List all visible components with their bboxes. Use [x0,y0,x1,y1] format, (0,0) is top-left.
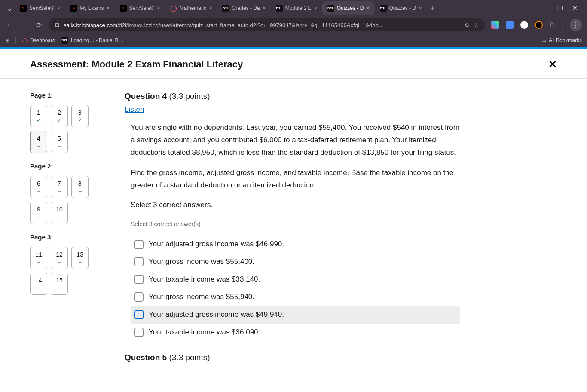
check-icon: ✓ [78,117,83,123]
back-button[interactable]: ← [5,21,14,29]
tab-close-icon[interactable]: × [57,5,60,12]
tab-search-dropdown[interactable]: ⌄ [3,4,15,12]
minimize-button[interactable]: — [542,5,548,12]
extensions-puzzle-icon[interactable]: ⧉ [550,21,554,29]
close-window-button[interactable]: ✕ [572,5,578,12]
browser-tab[interactable]: SMy Exams× [66,1,114,15]
ext-icon-4[interactable] [535,21,543,29]
dashboard-icon: ◯ [22,37,28,43]
question-nav-box[interactable]: 9-- [30,202,47,224]
url-text: sails.brightspace.com/d2l/lms/quizzing/u… [64,22,460,28]
checkbox[interactable] [134,257,144,266]
tab-favicon: D2L [276,5,283,12]
question-nav-box[interactable]: 5-- [51,131,68,153]
tab-close-icon[interactable]: × [314,5,317,12]
extension-icons: ⧉ | ⋮ [491,19,582,31]
question-nav-box[interactable]: 7-- [51,176,68,198]
tab-favicon: S [120,5,127,12]
all-bookmarks-button[interactable]: ▭ All Bookmarks [541,37,582,43]
d2l-icon: D2L [61,37,68,44]
question-nav-box[interactable]: 15-- [51,273,68,295]
question-nav-box[interactable]: 4-- [30,131,47,153]
browser-tab[interactable]: D2LQuizzes - D× [323,1,374,15]
tab-favicon: S [20,5,27,12]
tab-favicon: S [70,5,77,12]
tab-close-icon[interactable]: × [106,5,110,12]
answer-option[interactable]: Your gross income was $55,940. [131,288,460,306]
browser-tab[interactable]: D2LQuizzes - D× [376,1,427,15]
question-header: Question 4 (3.3 points) [125,92,460,101]
folder-icon: ▭ [541,37,546,43]
question-nav-box[interactable]: 14-- [30,273,47,295]
answer-option[interactable]: Your taxable income was $36,090. [131,324,460,341]
tab-title: Mathematic [180,5,206,11]
unanswered-icon: -- [37,188,40,194]
tab-close-icon[interactable]: × [209,5,212,12]
ext-icon-3[interactable] [520,21,528,29]
question-nav-box[interactable]: 3✓ [71,105,89,127]
address-bar: ← → ⟳ ⊟ sails.brightspace.com/d2l/lms/qu… [0,16,587,34]
checkbox[interactable] [134,292,144,302]
unanswered-icon: -- [37,259,40,265]
tab-close-icon[interactable]: × [263,5,266,12]
bookmark-loading[interactable]: D2L Loading… - Daniel B… [61,37,124,44]
unanswered-icon: -- [37,285,40,291]
browser-tab[interactable]: SServSafe®× [15,1,64,15]
select-hint: Select 3 correct answer(s) [131,219,460,230]
question-nav-box[interactable]: 12-- [51,247,68,269]
apps-grid-icon[interactable]: ⊞ [5,37,9,43]
browser-tab[interactable]: D2LModule 2 E× [272,1,322,15]
question-nav-box[interactable]: 11-- [30,247,47,269]
browser-tab[interactable]: ◯Mathematic× [166,1,217,15]
bookmark-star-icon[interactable]: ☆ [474,22,479,28]
tab-close-icon[interactable]: × [419,5,422,12]
tab-favicon: D2L [380,5,387,12]
question-nav-box[interactable]: 8-- [71,176,89,198]
ext-icon-1[interactable] [491,21,499,29]
unanswered-icon: -- [58,143,61,149]
tab-close-icon[interactable]: × [157,5,160,12]
share-icon[interactable]: ⟲ [464,22,469,28]
checkbox[interactable] [134,310,144,319]
window-controls: — ❐ ✕ [542,5,584,12]
question-nav-box[interactable]: 1✓ [30,105,47,127]
tab-favicon: ◯ [170,5,177,12]
question-nav-box[interactable]: 13-- [71,247,89,269]
checkbox[interactable] [134,275,144,284]
question-nav-box[interactable]: 2✓ [51,105,68,127]
question-area: Question 4 (3.3 points) Listen You are s… [125,92,460,362]
bookmarks-bar: ⊞ ◯ Dashboard D2L Loading… - Daniel B… ▭… [0,34,587,47]
check-icon: ✓ [37,117,41,123]
answer-option[interactable]: Your adjusted gross income was $49,940. [131,306,460,324]
bookmark-dashboard[interactable]: ◯ Dashboard [22,37,55,43]
browser-tab[interactable]: D2LGrades - Da× [218,1,270,15]
answer-option[interactable]: Your gross income was $55,400. [131,253,460,271]
answer-option[interactable]: Your taxable income was $33,140. [131,271,460,288]
question-nav-box[interactable]: 6-- [30,176,47,198]
reload-button[interactable]: ⟳ [34,21,43,29]
checkbox[interactable] [134,240,144,249]
site-settings-icon[interactable]: ⊟ [55,22,59,28]
browser-menu-button[interactable]: ⋮ [570,19,582,31]
unanswered-icon: -- [58,214,61,220]
tab-close-icon[interactable]: × [366,5,370,12]
answer-option[interactable]: Your adjusted gross income was $46,990. [131,236,460,253]
question-nav-box[interactable]: 10-- [51,202,68,224]
browser-chrome: ⌄ SServSafe®×SMy Exams×SServSafe®×◯Mathe… [0,0,587,47]
new-tab-button[interactable]: + [426,4,439,12]
listen-link[interactable]: Listen [125,105,144,114]
question-nav-sidebar: Page 1:1✓2✓3✓4--5--Page 2:6--7--8--9--10… [30,92,107,362]
forward-button[interactable]: → [20,21,28,29]
content-area: Assessment: Module 2 Exam Financial Lite… [0,49,587,392]
assessment-title: Assessment: Module 2 Exam Financial Lite… [30,59,243,70]
checkbox[interactable] [134,328,144,337]
answer-text: Your gross income was $55,940. [149,291,254,303]
restore-button[interactable]: ❐ [557,5,563,12]
ext-icon-2[interactable] [506,21,514,29]
browser-tab[interactable]: SServSafe®× [116,1,165,15]
tab-favicon: D2L [222,5,229,12]
unanswered-icon: -- [79,188,82,194]
answer-list: Your adjusted gross income was $46,990.Y… [131,236,460,341]
url-bar[interactable]: ⊟ sails.brightspace.com/d2l/lms/quizzing… [49,18,485,31]
close-assessment-button[interactable]: ✕ [548,58,557,70]
